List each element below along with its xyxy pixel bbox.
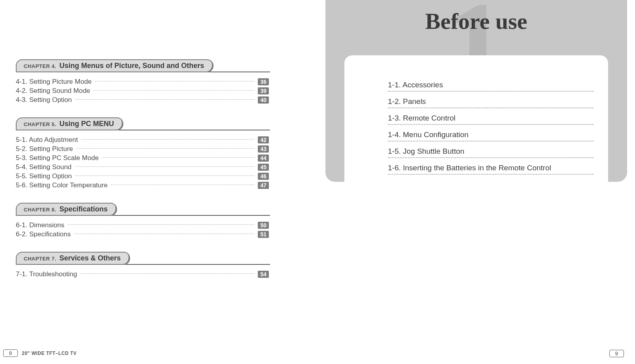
page-chip: 50 <box>258 222 269 229</box>
chapter-tab: CHAPTER 6. Specifications <box>16 203 117 216</box>
toc-label: 5-4. Setting Sound <box>16 163 72 171</box>
page-chip: 36 <box>258 78 269 85</box>
toc-label: 4-3. Setting Option <box>16 96 72 104</box>
dot-leader <box>68 224 255 225</box>
page-number: 9 <box>609 350 624 357</box>
page-chip: 54 <box>258 271 269 278</box>
chapter-title: Using PC MENU <box>59 120 114 128</box>
toc-row: 5-5. Setting Option 46 <box>16 172 269 180</box>
dot-leader <box>111 185 255 185</box>
two-page-spread: CHAPTER 4. Using Menus of Picture, Sound… <box>0 0 635 364</box>
toc-label: 4-2. Setting Sound Mode <box>16 87 90 95</box>
toc-label: 5-1. Auto Adjustment <box>16 136 78 144</box>
dot-leader <box>74 234 255 234</box>
footer-text: 20″ WIDE TFT–LCD TV <box>22 351 77 356</box>
page-chip: 43 <box>258 145 269 153</box>
section-item: 1-5. Jog Shuttle Button <box>388 141 593 158</box>
toc-row: 6-2. Specifications 51 <box>16 230 269 238</box>
chapter-title: Specifications <box>59 205 108 213</box>
toc-label: 6-1. Dimensions <box>16 221 64 229</box>
toc-row: 4-1. Setting Picture Mode 36 <box>16 78 269 86</box>
section-item: 1-6. Inserting the Batteries in the Remo… <box>388 158 593 175</box>
page-chip: 42 <box>258 136 269 143</box>
chapter-label: CHAPTER 4. <box>24 63 56 69</box>
dot-leader <box>81 139 255 140</box>
page-chip: 51 <box>258 231 269 238</box>
chapter-banner-title: Before use <box>325 8 627 34</box>
chapter-tab: CHAPTER 7. Services & Others <box>16 252 130 265</box>
toc-list: 6-1. Dimensions 50 6-2. Specifications 5… <box>16 221 270 238</box>
toc-row: 6-1. Dimensions 50 <box>16 221 269 229</box>
chapter-card: 1-1. Accessories 1-2. Panels 1-3. Remote… <box>344 55 608 182</box>
page-chip: 40 <box>258 96 269 104</box>
chapter-label: CHAPTER 5. <box>24 121 56 127</box>
toc-label: 7-1. Troubleshooting <box>16 270 77 278</box>
right-page: 1 Before use 1-1. Accessories 1-2. Panel… <box>318 0 635 364</box>
dot-leader <box>93 90 255 91</box>
dot-leader <box>75 99 255 100</box>
toc-row: 5-4. Setting Sound 45 <box>16 163 269 171</box>
chapter-label: CHAPTER 6. <box>24 207 56 213</box>
chapter-title: Services & Others <box>59 254 121 262</box>
toc-label: 4-1. Setting Picture Mode <box>16 78 92 86</box>
page-chip: 44 <box>258 155 269 162</box>
page-chip: 46 <box>258 173 269 180</box>
section-item: 1-4. Menu Configuration <box>388 125 593 141</box>
dot-leader <box>95 81 255 81</box>
dot-leader <box>75 175 255 176</box>
toc-row: 5-2. Setting Picture 43 <box>16 145 269 153</box>
toc-label: 5-5. Setting Option <box>16 172 72 180</box>
page-number: 8 <box>3 349 18 357</box>
toc-label: 5-3. Setting PC Scale Mode <box>16 154 99 162</box>
chapter-tab: CHAPTER 4. Using Menus of Picture, Sound… <box>16 59 214 72</box>
page-chip: 47 <box>258 182 269 189</box>
toc-row: 5-6. Setting Color Temperature 47 <box>16 181 269 189</box>
dot-leader <box>75 166 255 167</box>
section-item: 1-3. Remote Control <box>388 108 593 125</box>
toc-list: 7-1. Troubleshooting 54 <box>16 270 270 278</box>
chapter-tab: CHAPTER 5. Using PC MENU <box>16 117 123 130</box>
toc-label: 5-2. Setting Picture <box>16 145 73 153</box>
toc-row: 4-3. Setting Option 40 <box>16 96 269 104</box>
toc-list: 4-1. Setting Picture Mode 36 4-2. Settin… <box>16 78 270 104</box>
chapter-title: Using Menus of Picture, Sound and Others <box>59 62 204 70</box>
section-item: 1-1. Accessories <box>388 75 593 92</box>
toc-row: 7-1. Troubleshooting 54 <box>16 270 269 278</box>
chapter-banner: 1 Before use 1-1. Accessories 1-2. Panel… <box>325 0 627 182</box>
chapter-label: CHAPTER 7. <box>24 256 56 262</box>
toc-list: 5-1. Auto Adjustment 42 5-2. Setting Pic… <box>16 136 270 189</box>
dot-leader <box>76 148 255 149</box>
left-page: CHAPTER 4. Using Menus of Picture, Sound… <box>0 0 318 364</box>
page-chip: 39 <box>258 87 269 94</box>
toc-label: 5-6. Setting Color Temperature <box>16 181 108 189</box>
section-item: 1-2. Panels <box>388 92 593 108</box>
toc-row: 5-3. Setting PC Scale Mode 44 <box>16 154 269 162</box>
footer-left: 8 20″ WIDE TFT–LCD TV <box>3 349 77 357</box>
toc-row: 5-1. Auto Adjustment 42 <box>16 136 269 144</box>
dot-leader <box>80 273 255 274</box>
toc-label: 6-2. Specifications <box>16 230 71 238</box>
dot-leader <box>102 157 255 158</box>
page-chip: 45 <box>258 164 269 171</box>
footer-right: 9 <box>609 350 624 357</box>
toc-row: 4-2. Setting Sound Mode 39 <box>16 87 269 95</box>
